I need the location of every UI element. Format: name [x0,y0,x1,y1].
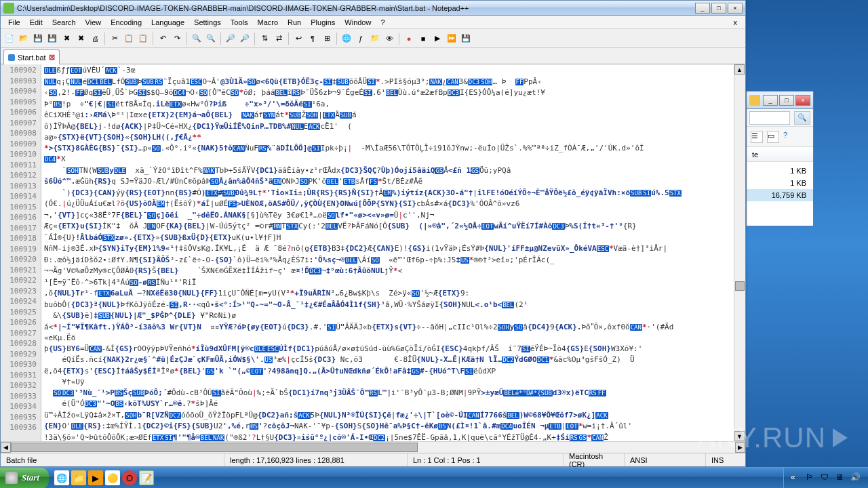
list-item[interactable]: 16,759 KB [747,189,813,201]
list-item[interactable]: 1 KB [747,165,813,177]
menu-run[interactable]: Run [283,17,306,28]
undo-icon[interactable]: ↶ [157,33,169,45]
record-icon[interactable]: ● [403,33,415,45]
menu-settings[interactable]: Settings [189,17,226,28]
explorer-preview-icon[interactable]: ▭ [767,131,779,143]
minimize-button[interactable]: _ [695,3,710,14]
folder-icon[interactable]: 📁 [369,33,381,45]
menubar: File Edit Search View Encoding Language … [1,16,745,29]
menu-language[interactable]: Language [146,17,189,28]
tray-flag-icon[interactable]: 🏳 [806,472,816,483]
close-all-icon[interactable]: ✖ [75,33,87,45]
tray-network-icon[interactable]: 🖥 [835,472,846,483]
scroll-thumb-h[interactable] [11,443,418,452]
close-file-icon[interactable]: ✖ [60,33,73,45]
scroll-left-icon[interactable]: ◀ [1,442,11,453]
vertical-scrollbar[interactable]: ▲ ▼ [734,64,745,441]
list-item[interactable]: 1 KB [747,177,813,189]
explorer-search[interactable]: 🔍 [794,111,810,125]
new-file-icon[interactable]: 📄 [3,33,16,45]
system-tray: « 🏳 🛡 🖥 🔊 [783,468,868,488]
scroll-thumb[interactable] [735,281,745,291]
replace-icon[interactable]: 🔍 [205,33,217,45]
file-icon [8,54,15,61]
tray-sound-icon[interactable]: 🔊 [850,472,861,483]
editor: 1009021009031009041009051009061009071009… [1,64,745,441]
titlebar[interactable]: C:\Users\admin\Desktop\DISCORD-IMAGE-TOK… [1,1,745,16]
print-icon[interactable]: 🖨 [89,33,101,45]
close-button[interactable]: × [728,3,743,14]
menu-file[interactable]: File [3,17,25,28]
explorer-list: 1 KB 1 KB 16,759 KB [747,162,813,204]
menu-tools[interactable]: Tools [226,17,253,28]
start-button[interactable]: Start [0,468,49,489]
show-all-icon[interactable]: ¶ [307,33,319,45]
sync-v-icon[interactable]: ⇅ [258,33,271,45]
menu-encoding[interactable]: Encoding [106,17,146,28]
maximize-button[interactable]: □ [711,3,726,14]
opera-icon[interactable]: O [122,470,137,485]
menu-plugins[interactable]: Plugins [306,17,340,28]
find-icon[interactable]: 🔍 [191,33,203,45]
zoom-in-icon[interactable]: 🔎 [224,33,237,45]
notepadpp-icon[interactable]: 📝 [139,470,154,485]
status-eol: Macintosh (CR) [564,453,625,466]
scroll-right-icon[interactable]: ▶ [735,442,745,453]
status-filetype: Batch file [1,453,224,466]
explorer-column[interactable]: te [752,150,758,159]
sync-h-icon[interactable]: ⇄ [273,33,285,45]
open-file-icon[interactable]: 📂 [18,33,30,45]
zoom-out-icon[interactable]: 🔎 [239,33,251,45]
redo-icon[interactable]: ↷ [171,33,183,45]
close-button[interactable]: × [795,95,810,106]
save-icon[interactable]: 💾 [32,33,44,45]
paste-icon[interactable]: 📋 [137,33,149,45]
menu-search[interactable]: Search [47,17,81,28]
explorer-icon[interactable]: 📁 [71,470,86,485]
tray-chevron-icon[interactable]: « [791,472,802,483]
stop-icon[interactable]: ■ [417,33,429,45]
scroll-down-icon[interactable]: ▼ [734,431,745,441]
indent-guide-icon[interactable]: ⊞ [321,33,333,45]
menu-macro[interactable]: Macro [252,17,283,28]
code-area[interactable]: DLEßƒƒEOTúVÊU´ACK`-3œNULq¡ÇNULéDC1BELLfÓ… [41,64,734,441]
play-icon[interactable]: ▶ [431,33,443,45]
notepad-plus-plus-window[interactable]: C:\Users\admin\Desktop\DISCORD-IMAGE-TOK… [0,0,746,467]
window-title: C:\Users\admin\Desktop\DISCORD-IMAGE-TOK… [17,4,695,12]
save-macro-icon[interactable]: 💾 [460,33,472,45]
tab-close-icon[interactable]: ⊠ [49,53,55,62]
windows-logo-icon [5,472,18,484]
ie-icon[interactable]: 🌐 [54,470,69,485]
secondary-close-button[interactable]: x [729,17,743,28]
lang-icon[interactable]: 🌐 [340,33,353,45]
func-list-icon[interactable]: ƒ [355,33,367,45]
tabbar: Start.bat ⊠ [1,48,745,64]
media-icon[interactable]: ▶ [88,470,103,485]
explorer-help-icon[interactable]: ? [783,131,795,143]
tab-startbat[interactable]: Start.bat ⊠ [3,49,60,64]
wrap-icon[interactable]: ↩ [292,33,304,45]
status-encoding: ANSI [625,453,706,466]
statusbar: Batch file length : 17,160,923 lines : 1… [1,453,745,466]
status-length: length : 17,160,923 lines : 128,881 [224,453,408,466]
explorer-views-icon[interactable]: ☰ [751,131,763,143]
menu-help[interactable]: ? [376,17,389,28]
minimize-button[interactable]: _ [763,95,778,106]
explorer-window[interactable]: KEN-GRAB... _ □ × 🔍 ☰ ▭ ? te 1 KB 1 KB 1… [746,91,814,226]
status-mode: INS [706,453,745,466]
menu-window[interactable]: Window [340,17,376,28]
horizontal-scrollbar[interactable]: ◀ ▶ [1,441,745,453]
menu-edit[interactable]: Edit [25,17,47,28]
explorer-address[interactable] [749,111,790,125]
cut-icon[interactable]: ✂ [108,33,121,45]
tray-shield-icon[interactable]: 🛡 [821,472,831,483]
chrome-icon[interactable]: 🟡 [105,470,120,485]
copy-icon[interactable]: 📋 [123,33,135,45]
menu-view[interactable]: View [81,17,106,28]
scroll-up-icon[interactable]: ▲ [734,64,745,75]
monitor-icon[interactable]: 👁 [383,33,395,45]
taskbar: Start 🌐 📁 ▶ 🟡 O 📝 « 🏳 🛡 🖥 🔊 [0,467,868,488]
save-all-icon[interactable]: 💾 [46,33,58,45]
play-multi-icon[interactable]: ⏩ [446,33,458,45]
maximize-button[interactable]: □ [779,95,794,106]
